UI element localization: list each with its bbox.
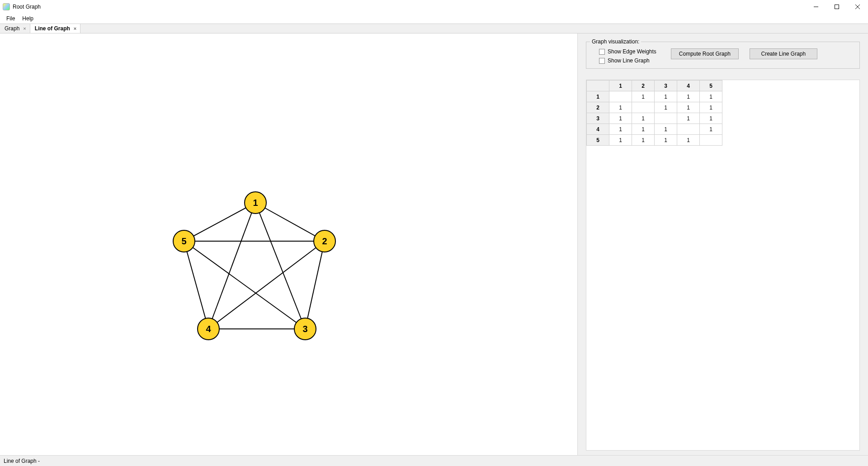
matrix-cell[interactable]: 1 [700,113,722,124]
graph-svg: 12345 [0,33,577,455]
graph-edge[interactable] [255,203,305,329]
tab-graph[interactable]: Graph× [0,24,30,33]
matrix-col-header[interactable]: 5 [700,81,722,91]
menu-help[interactable]: Help [19,14,37,23]
checkbox-show-edge-weights[interactable]: Show Edge Weights [599,48,656,55]
matrix-cell[interactable] [677,124,700,135]
matrix-cell[interactable]: 1 [700,124,722,135]
group-legend: Graph visualization: [590,38,641,45]
matrix-col-header[interactable]: 4 [677,81,700,91]
compute-root-graph-button[interactable]: Compute Root Graph [671,48,739,59]
table-row: 31111 [587,113,722,124]
table-row: 21111 [587,102,722,113]
adjacency-matrix: 123451111121111311114111151111 [586,80,722,146]
tab-label: Line of Graph [35,25,70,32]
matrix-row-header[interactable]: 2 [587,102,609,113]
matrix-cell[interactable]: 1 [700,91,722,102]
titlebar: Root Graph [0,0,868,14]
checkbox-icon [599,58,605,64]
matrix-col-header[interactable]: 2 [632,81,655,91]
app-icon [3,3,10,10]
matrix-cell[interactable]: 1 [632,135,655,146]
graph-node-label: 5 [181,236,186,246]
tabstrip: Graph×Line of Graph× [0,24,868,33]
status-text: Line of Graph - [4,458,40,464]
graph-node-label: 1 [253,198,258,208]
graph-edge[interactable] [184,241,208,329]
graph-edge[interactable] [255,203,325,241]
table-row: 11111 [587,91,722,102]
matrix-row-header[interactable]: 4 [587,124,609,135]
matrix-cell[interactable]: 1 [700,102,722,113]
matrix-cell[interactable]: 1 [632,124,655,135]
window-title: Root Graph [13,4,41,10]
matrix-cell[interactable]: 1 [632,91,655,102]
statusbar: Line of Graph - [0,455,868,466]
matrix-cell[interactable]: 1 [677,102,700,113]
graph-node-3[interactable]: 3 [294,318,316,340]
matrix-col-header[interactable]: 1 [609,81,632,91]
graph-node-label: 2 [322,236,327,246]
matrix-cell[interactable] [700,135,722,146]
matrix-cell[interactable]: 1 [609,135,632,146]
checkbox-label: Show Edge Weights [608,48,656,55]
matrix-cell[interactable] [655,113,677,124]
checkbox-label: Show Line Graph [608,57,650,64]
graph-node-5[interactable]: 5 [173,230,195,252]
menubar: File Help [0,14,868,24]
graph-node-1[interactable]: 1 [245,192,266,214]
matrix-cell[interactable]: 1 [677,113,700,124]
graph-edge[interactable] [184,203,255,241]
graph-edge[interactable] [305,241,325,329]
graph-edge[interactable] [184,241,305,329]
graph-node-2[interactable]: 2 [314,230,335,252]
graph-node-label: 4 [206,324,211,334]
matrix-corner [587,81,609,91]
tab-label: Graph [5,25,19,32]
table-row: 41111 [587,124,722,135]
main-split: 12345 Graph visualization: Show Edge Wei… [0,33,868,455]
tab-close-icon[interactable]: × [22,26,27,31]
matrix-cell[interactable] [632,102,655,113]
graph-edge[interactable] [208,241,325,329]
matrix-cell[interactable]: 1 [655,135,677,146]
graph-edge[interactable] [208,203,255,329]
maximize-button[interactable] [826,0,847,14]
create-line-graph-button[interactable]: Create Line Graph [750,48,817,59]
matrix-cell[interactable]: 1 [632,113,655,124]
close-button[interactable] [847,0,868,14]
matrix-cell[interactable]: 1 [655,91,677,102]
matrix-row-header[interactable]: 3 [587,113,609,124]
adjacency-matrix-pane[interactable]: 123451111121111311114111151111 [586,80,860,451]
graph-node-label: 3 [302,324,307,334]
matrix-cell[interactable]: 1 [655,124,677,135]
matrix-cell[interactable]: 1 [677,91,700,102]
matrix-col-header[interactable]: 3 [655,81,677,91]
table-row: 51111 [587,135,722,146]
matrix-cell[interactable]: 1 [655,102,677,113]
matrix-row-header[interactable]: 1 [587,91,609,102]
matrix-cell[interactable]: 1 [609,113,632,124]
matrix-cell[interactable] [609,91,632,102]
checkbox-show-line-graph[interactable]: Show Line Graph [599,57,656,64]
menu-file[interactable]: File [3,14,19,23]
graph-canvas-pane[interactable]: 12345 [0,33,578,455]
tab-line-of-graph[interactable]: Line of Graph× [30,24,80,33]
matrix-cell[interactable]: 1 [609,102,632,113]
graph-visualization-group: Graph visualization: Show Edge Weights S… [586,42,860,69]
checkbox-icon [599,49,605,55]
right-panel: Graph visualization: Show Edge Weights S… [578,33,868,455]
minimize-button[interactable] [806,0,826,14]
graph-node-4[interactable]: 4 [198,318,219,340]
svg-rect-1 [835,5,839,9]
matrix-row-header[interactable]: 5 [587,135,609,146]
matrix-cell[interactable]: 1 [609,124,632,135]
tab-close-icon[interactable]: × [73,26,77,31]
matrix-cell[interactable]: 1 [677,135,700,146]
